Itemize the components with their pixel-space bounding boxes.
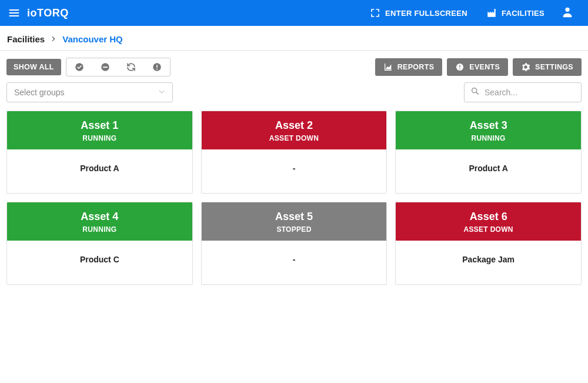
search-box[interactable]	[464, 82, 582, 102]
svg-point-10	[472, 88, 477, 93]
controls-row-2: Select groups	[0, 82, 588, 111]
asset-detail: Product A	[396, 149, 581, 193]
asset-card[interactable]: Asset 2 ASSET DOWN -	[201, 111, 387, 194]
asset-card-header: Asset 5 STOPPED	[202, 202, 387, 241]
svg-rect-8	[460, 65, 460, 68]
asset-name: Asset 5	[202, 211, 387, 223]
filter-blocked-icon[interactable]	[92, 58, 118, 76]
asset-name: Asset 2	[202, 119, 387, 132]
asset-status-label: RUNNING	[7, 134, 192, 142]
asset-detail: Package Jam	[396, 241, 581, 284]
asset-card[interactable]: Asset 1 RUNNING Product A	[6, 111, 193, 194]
filter-refresh-icon[interactable]	[118, 58, 144, 76]
asset-card-header: Asset 1 RUNNING	[7, 111, 192, 149]
reports-icon	[383, 62, 393, 72]
asset-detail: -	[202, 149, 387, 193]
svg-point-9	[459, 68, 460, 69]
app-logo: ioTORQ	[27, 7, 69, 19]
asset-name: Asset 6	[396, 211, 581, 223]
menu-icon[interactable]	[7, 6, 21, 20]
svg-point-1	[75, 63, 83, 71]
factory-icon	[486, 8, 497, 18]
fullscreen-icon	[370, 8, 380, 18]
gear-icon	[521, 62, 530, 72]
search-icon	[470, 86, 480, 98]
asset-card-header: Asset 4 RUNNING	[7, 202, 192, 241]
fullscreen-button[interactable]: ENTER FULLSCREEN	[360, 4, 477, 22]
asset-status-label: RUNNING	[396, 134, 581, 142]
asset-status-label: RUNNING	[7, 225, 192, 234]
show-all-button[interactable]: SHOW ALL	[6, 59, 61, 75]
asset-detail: Product A	[7, 149, 192, 193]
chevron-down-icon	[158, 88, 165, 97]
asset-card[interactable]: Asset 6 ASSET DOWN Package Jam	[395, 202, 582, 285]
reports-label: REPORTS	[397, 63, 435, 71]
asset-detail: -	[202, 241, 387, 284]
asset-card[interactable]: Asset 3 RUNNING Product A	[395, 111, 582, 194]
settings-button[interactable]: SETTINGS	[513, 58, 582, 76]
asset-card-header: Asset 6 ASSET DOWN	[396, 202, 581, 241]
breadcrumb: Facilities Vancouver HQ	[0, 26, 588, 51]
svg-rect-5	[156, 65, 158, 68]
events-icon	[455, 62, 465, 72]
asset-name: Asset 1	[7, 119, 192, 132]
asset-grid: Asset 1 RUNNING Product A Asset 2 ASSET …	[0, 111, 588, 285]
asset-card-header: Asset 3 RUNNING	[396, 111, 581, 149]
controls-row: SHOW ALL REPORTS EVENTS SETTINGS	[0, 51, 588, 82]
breadcrumb-root[interactable]: Facilities	[7, 34, 45, 44]
user-icon[interactable]	[554, 2, 581, 24]
asset-status-label: STOPPED	[202, 225, 387, 234]
facilities-label: FACILITIES	[502, 9, 544, 18]
filter-alert-icon[interactable]	[144, 58, 170, 76]
group-select[interactable]: Select groups	[6, 82, 173, 102]
asset-status-label: ASSET DOWN	[202, 134, 387, 142]
asset-detail: Product C	[7, 241, 192, 284]
group-select-placeholder: Select groups	[14, 88, 65, 97]
svg-point-0	[565, 8, 569, 12]
filter-check-icon[interactable]	[66, 58, 92, 76]
asset-card[interactable]: Asset 5 STOPPED -	[201, 202, 387, 285]
asset-name: Asset 3	[396, 119, 581, 132]
asset-status-label: ASSET DOWN	[396, 225, 581, 234]
asset-card[interactable]: Asset 4 RUNNING Product C	[6, 202, 193, 285]
settings-label: SETTINGS	[535, 63, 573, 71]
fullscreen-label: ENTER FULLSCREEN	[385, 9, 467, 18]
svg-point-6	[156, 68, 158, 69]
chevron-right-icon	[51, 35, 56, 44]
asset-card-header: Asset 2 ASSET DOWN	[202, 111, 387, 149]
facilities-button[interactable]: FACILITIES	[477, 4, 554, 22]
reports-button[interactable]: REPORTS	[375, 58, 443, 76]
app-header: ioTORQ ENTER FULLSCREEN FACILITIES	[0, 0, 588, 26]
breadcrumb-current[interactable]: Vancouver HQ	[62, 34, 123, 44]
events-label: EVENTS	[469, 63, 500, 71]
events-button[interactable]: EVENTS	[447, 58, 508, 76]
svg-rect-3	[103, 66, 108, 68]
filter-icon-group	[66, 58, 171, 76]
search-input[interactable]	[485, 88, 575, 97]
asset-name: Asset 4	[7, 211, 192, 223]
